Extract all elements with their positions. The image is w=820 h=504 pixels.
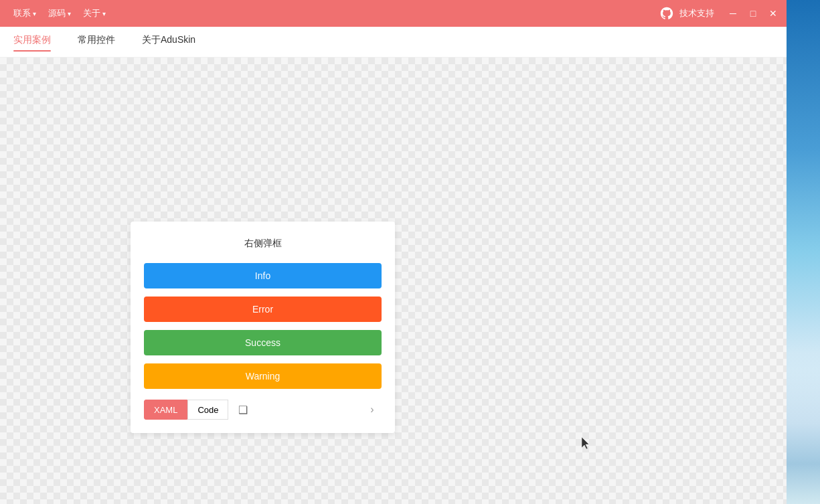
menu-item-about[interactable]: 关于AduSkin bbox=[142, 34, 195, 50]
tab-code[interactable]: Code bbox=[187, 400, 228, 420]
tech-support-link[interactable]: 技术支持 bbox=[679, 7, 714, 19]
minimize-button[interactable]: ─ bbox=[726, 7, 740, 20]
expand-button[interactable]: › bbox=[363, 400, 382, 419]
card-panel: 右侧弹框 Info Error Success Warning XAML Cod… bbox=[131, 222, 395, 433]
title-bar: 联系 ▾ 源码 ▾ 关于 ▾ 技术支持 ─ □ ✕ bbox=[0, 0, 787, 27]
tab-xaml[interactable]: XAML bbox=[144, 400, 187, 420]
warning-button[interactable]: Warning bbox=[144, 363, 382, 389]
card-title: 右侧弹框 bbox=[144, 238, 382, 250]
right-wallpaper-strip bbox=[787, 0, 820, 504]
menu-item-controls[interactable]: 常用控件 bbox=[78, 34, 115, 50]
about-chevron-icon: ▾ bbox=[102, 10, 106, 17]
contact-chevron-icon: ▾ bbox=[33, 10, 36, 17]
source-chevron-icon: ▾ bbox=[68, 10, 71, 17]
copy-icon-button[interactable]: ❑ bbox=[234, 400, 252, 419]
btn-row-error: Error bbox=[144, 297, 382, 322]
content-area: 右侧弹框 Info Error Success Warning XAML Cod… bbox=[0, 58, 787, 504]
menu-item-cases[interactable]: 实用案例 bbox=[13, 34, 51, 50]
menu-bar: 实用案例 常用控件 关于AduSkin bbox=[0, 27, 787, 58]
btn-row-warning: Warning bbox=[144, 363, 382, 389]
nav-item-source[interactable]: 源码 ▾ bbox=[48, 7, 71, 19]
success-button[interactable]: Success bbox=[144, 330, 382, 355]
nav-item-contact[interactable]: 联系 ▾ bbox=[13, 7, 36, 19]
app-container: 联系 ▾ 源码 ▾ 关于 ▾ 技术支持 ─ □ ✕ 实用案例 常用控件 关于Ad… bbox=[0, 0, 787, 504]
cursor-indicator bbox=[582, 437, 592, 450]
info-button[interactable]: Info bbox=[144, 263, 382, 288]
btn-row-success: Success bbox=[144, 330, 382, 355]
code-tabs: XAML Code ❑ › bbox=[144, 400, 382, 420]
close-button[interactable]: ✕ bbox=[766, 7, 780, 20]
window-controls: ─ □ ✕ bbox=[726, 7, 780, 20]
error-button[interactable]: Error bbox=[144, 297, 382, 322]
github-icon[interactable] bbox=[659, 6, 674, 21]
maximize-button[interactable]: □ bbox=[746, 7, 760, 20]
nav-item-about[interactable]: 关于 ▾ bbox=[83, 7, 106, 19]
btn-row-info: Info bbox=[144, 263, 382, 288]
title-bar-nav: 联系 ▾ 源码 ▾ 关于 ▾ bbox=[13, 7, 106, 19]
